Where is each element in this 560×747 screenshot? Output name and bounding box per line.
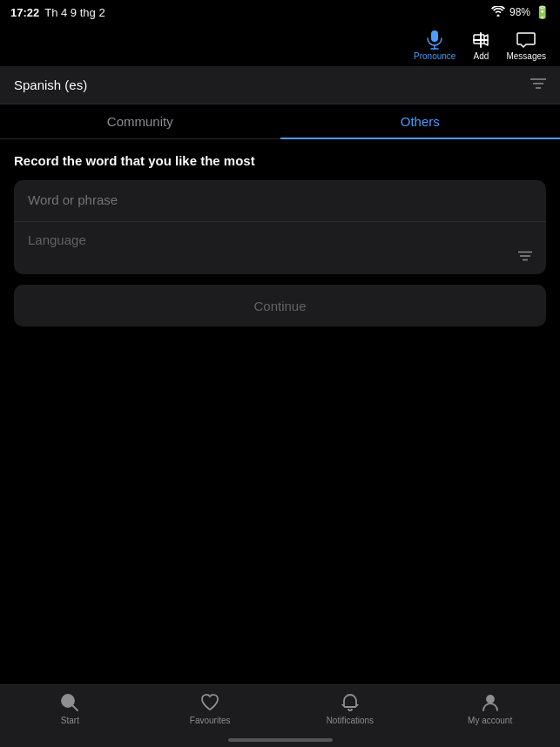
heart-icon — [199, 692, 220, 713]
microphone-icon — [425, 30, 444, 50]
nav-notifications[interactable]: Notifications — [280, 692, 421, 725]
status-date: Th 4 9 thg 2 — [44, 6, 105, 19]
nav-start-label: Start — [61, 716, 79, 725]
status-time: 17:22 — [10, 6, 39, 19]
home-indicator — [228, 738, 333, 742]
nav-my-account[interactable]: My account — [420, 692, 560, 725]
language-filter-icon — [518, 250, 532, 264]
add-action[interactable]: Add — [471, 30, 490, 61]
tab-community[interactable]: Community — [0, 104, 280, 139]
word-input[interactable] — [28, 192, 532, 207]
language-selector[interactable]: Spanish (es) — [0, 66, 560, 104]
person-icon — [480, 692, 501, 713]
svg-rect-0 — [431, 30, 438, 42]
messages-label: Messages — [506, 51, 546, 61]
add-label: Add — [474, 51, 489, 61]
pronounce-action[interactable]: Pronounce — [414, 30, 455, 61]
tab-bar: Community Others — [0, 104, 560, 139]
add-icon — [471, 30, 490, 50]
nav-notifications-label: Notifications — [327, 716, 374, 725]
nav-my-account-label: My account — [468, 716, 512, 725]
tab-others[interactable]: Others — [280, 104, 561, 139]
svg-line-11 — [73, 706, 78, 711]
word-field[interactable] — [14, 180, 546, 222]
continue-button[interactable]: Continue — [14, 285, 546, 326]
battery-percent: 98% — [509, 6, 530, 18]
section-title: Record the word that you like the most — [14, 153, 546, 168]
continue-label: Continue — [253, 299, 306, 313]
svg-point-12 — [487, 696, 494, 703]
search-icon — [59, 692, 80, 713]
messages-action[interactable]: Messages — [506, 30, 546, 61]
nav-start[interactable]: Start — [0, 692, 140, 725]
language-placeholder: Language — [28, 232, 532, 247]
nav-favourites[interactable]: Favourites — [140, 692, 280, 725]
filter-icon — [530, 77, 546, 93]
wifi-icon — [491, 6, 505, 19]
messages-icon — [516, 30, 536, 50]
language-field[interactable]: Language — [14, 222, 546, 274]
battery-icon: 🔋 — [535, 5, 550, 19]
main-content: Record the word that you like the most L… — [0, 139, 560, 340]
selected-language: Spanish (es) — [14, 77, 87, 92]
status-bar: 17:22 Th 4 9 thg 2 98% 🔋 — [0, 0, 560, 24]
bell-icon — [340, 692, 361, 713]
pronounce-label: Pronounce — [414, 51, 455, 61]
form-card: Language — [14, 180, 546, 274]
top-action-bar: Pronounce Add Messages — [0, 24, 560, 66]
nav-favourites-label: Favourites — [190, 716, 231, 725]
